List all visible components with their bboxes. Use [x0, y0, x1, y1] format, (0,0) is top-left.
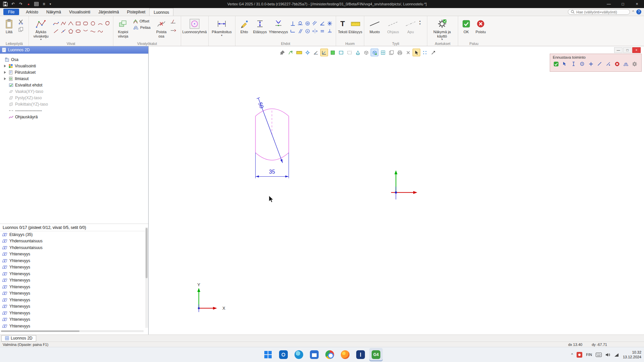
sketch-group-button[interactable]: Luonnosryhmä: [183, 17, 206, 34]
file-menu-button[interactable]: File: [3, 9, 19, 15]
ellipse-icon[interactable]: [74, 27, 82, 35]
tree-item-yz-plane[interactable]: Poikittais(YZ)-taso: [0, 101, 148, 107]
mdi-close-button[interactable]: ×: [632, 47, 641, 53]
constraint-row[interactable]: Yhtenevyys: [0, 251, 148, 258]
colinear-icon[interactable]: [311, 20, 318, 27]
tree-item-xy-plane[interactable]: Vaaka(XY)-taso: [0, 88, 148, 95]
arc-up-icon[interactable]: [97, 20, 104, 27]
equal-icon[interactable]: [319, 27, 326, 35]
ortho-snap-icon[interactable]: [320, 49, 328, 56]
view-settings-button[interactable]: Näkymä ja käyttö ▾: [429, 17, 455, 41]
angle-icon[interactable]: [319, 20, 326, 27]
touch-keyboard-icon[interactable]: [596, 353, 602, 357]
pin-icon[interactable]: [278, 49, 286, 56]
tab-luonnos-2d[interactable]: Luonnos 2D: [1, 335, 36, 342]
ruler-toggle-icon[interactable]: [295, 49, 303, 56]
outlook-icon[interactable]: [277, 348, 290, 361]
rect-outline-icon[interactable]: [337, 49, 345, 56]
select-cursor-icon[interactable]: [413, 49, 420, 56]
tab-luonnos[interactable]: Luonnos: [149, 8, 173, 16]
expand-arrow-icon[interactable]: [3, 77, 7, 80]
tree-item-visualisointi[interactable]: Visualisointi: [0, 63, 148, 69]
remove-part-button[interactable]: Poista osa: [154, 17, 169, 38]
condition-button[interactable]: Ehto: [237, 17, 251, 34]
text-button[interactable]: T Teksti: [338, 17, 347, 34]
perpendicular-icon[interactable]: [289, 20, 296, 27]
paste-button[interactable]: Liitä: [2, 17, 16, 34]
iso-box-icon[interactable]: [362, 49, 370, 56]
zigzag-line-icon[interactable]: [60, 20, 67, 27]
tree-item-ilmiasut[interactable]: Ilmiasut: [0, 75, 148, 82]
redo-icon[interactable]: ↷: [17, 1, 24, 7]
line-point-icon[interactable]: [60, 27, 67, 35]
search-input[interactable]: Hae (välilyönti+välilyönti): [568, 9, 630, 15]
dimension-50[interactable]: 50: [257, 102, 265, 109]
table-icon[interactable]: [33, 1, 40, 7]
s-curve-icon[interactable]: [89, 27, 96, 35]
scrollbar-thumb[interactable]: [146, 228, 148, 278]
angle-snap-icon[interactable]: [312, 49, 320, 56]
smart-polyline-button[interactable]: Älykäs viivaketju ▾: [31, 17, 51, 41]
arc-down-icon[interactable]: [82, 27, 89, 35]
copy-icon[interactable]: [17, 26, 24, 33]
constraint-row[interactable]: Etäisyys (35): [0, 231, 148, 238]
mdi-restore-button[interactable]: □: [623, 47, 632, 53]
concentric-icon[interactable]: [304, 20, 311, 27]
grid-crosses-icon[interactable]: [421, 49, 429, 56]
copy-lines-button[interactable]: Kopioi viivoja: [115, 17, 131, 38]
coincidence-button[interactable]: Yhtenevyys: [269, 17, 288, 34]
mdi-minimize-button[interactable]: —: [614, 47, 623, 53]
minimize-button[interactable]: —: [602, 0, 616, 8]
constraint-row[interactable]: Yhtenevyys: [0, 303, 148, 310]
tray-red-app-icon[interactable]: [577, 352, 582, 358]
spline-icon[interactable]: [52, 20, 59, 27]
rounded-rectangle-icon[interactable]: [82, 20, 89, 27]
distance-constraint-button[interactable]: Etäisyys: [252, 17, 268, 34]
expand-arrow-icon[interactable]: [3, 71, 7, 74]
predict-stop-icon[interactable]: [614, 61, 620, 67]
panel-header[interactable]: Luonnos 2D: [0, 46, 148, 54]
firefox-icon[interactable]: [338, 348, 352, 361]
style-up-icon[interactable]: ▴: [419, 20, 421, 22]
circle-icon[interactable]: [89, 20, 96, 27]
add-polyline-icon[interactable]: [287, 49, 294, 56]
constraint-row[interactable]: Yhtenevyys: [0, 290, 148, 297]
prism-icon[interactable]: [354, 49, 362, 56]
constraint-row[interactable]: Yhtenevyys: [0, 284, 148, 290]
predictive-enabled-checkbox[interactable]: [553, 61, 559, 67]
menu-pistepilvet[interactable]: Pistepilvet: [123, 8, 150, 16]
ok-button[interactable]: OK: [460, 17, 473, 34]
rect-dashed-icon[interactable]: [345, 49, 353, 56]
predict-pointer-plus-icon[interactable]: [605, 61, 611, 67]
constraint-row[interactable]: Yhdensuuntaisuus: [0, 244, 148, 251]
tray-chevron-icon[interactable]: ^: [571, 353, 573, 357]
aid-style-button[interactable]: Apu: [403, 17, 418, 34]
predict-mirror-icon[interactable]: [623, 61, 629, 67]
predict-target-icon[interactable]: [579, 61, 585, 67]
grid-cells-icon[interactable]: [379, 49, 387, 56]
predict-plus-icon[interactable]: [588, 61, 594, 67]
tree-item-centerline[interactable]: --------------------: [0, 107, 148, 114]
note-distance-button[interactable]: Etäisyys: [348, 17, 362, 34]
menu-visualisointi[interactable]: Visualisointi: [65, 8, 94, 16]
edge-browser-icon[interactable]: [292, 348, 306, 361]
angle-polyline-icon[interactable]: [67, 20, 74, 27]
symmetry-icon[interactable]: [311, 27, 318, 35]
constraint-row[interactable]: Yhtenevyys: [0, 270, 148, 277]
menu-nakyma[interactable]: Näkymä: [42, 8, 65, 16]
network-icon[interactable]: [614, 353, 619, 357]
language-indicator[interactable]: FIN: [586, 353, 592, 357]
drawing-canvas[interactable]: — □ × Ennustava toiminto: [149, 46, 644, 335]
constraint-row[interactable]: Yhtenevyys: [0, 277, 148, 284]
control-style-button[interactable]: Ohjaus: [384, 17, 402, 34]
undo-icon[interactable]: ↶: [10, 1, 16, 7]
scrollbar-thumb[interactable]: [1, 330, 79, 332]
snap-point-icon[interactable]: [304, 49, 311, 56]
menu-icon[interactable]: ≡: [41, 1, 47, 7]
tree-item-osa[interactable]: Osa: [0, 56, 148, 63]
vertex-g4-taskbar-icon[interactable]: G4: [369, 348, 383, 361]
menu-jarjestelma[interactable]: Järjestelmä: [94, 8, 123, 16]
exit-button[interactable]: Poistu: [474, 17, 488, 34]
printer-icon[interactable]: [396, 49, 404, 56]
horizontal-scrollbar[interactable]: [1, 330, 144, 332]
